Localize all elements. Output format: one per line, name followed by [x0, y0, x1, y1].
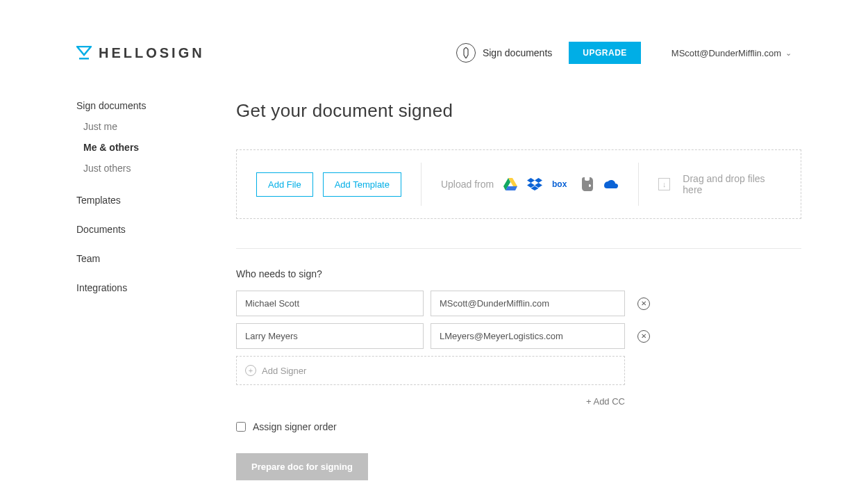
- sign-documents-link[interactable]: Sign documents: [456, 43, 552, 63]
- divider: [236, 248, 801, 249]
- download-icon: ↓: [658, 178, 670, 190]
- user-menu[interactable]: MScott@DunderMifflin.com ⌄: [671, 48, 792, 58]
- sidebar-integrations[interactable]: Integrations: [76, 282, 201, 293]
- upgrade-button[interactable]: UPGRADE: [569, 42, 641, 64]
- user-email: MScott@DunderMifflin.com: [671, 48, 781, 58]
- signer-row: ✕: [236, 291, 801, 316]
- plus-icon: +: [245, 365, 256, 376]
- main: Get your document signed Add File Add Te…: [236, 100, 801, 481]
- upload-box: Add File Add Template Upload from: [236, 149, 801, 219]
- who-needs-to-sign-label: Who needs to sign?: [236, 268, 801, 279]
- add-cc-button[interactable]: + Add CC: [586, 396, 625, 407]
- sidebar-item-just-others[interactable]: Just others: [83, 163, 201, 174]
- add-signer-label: Add Signer: [262, 366, 306, 376]
- drag-drop-label: Drag and drop files here: [683, 173, 781, 195]
- remove-signer-button[interactable]: ✕: [637, 297, 650, 310]
- signer-row: ✕: [236, 323, 801, 349]
- sidebar-documents[interactable]: Documents: [76, 224, 201, 235]
- page-title: Get your document signed: [236, 100, 801, 122]
- assign-order-checkbox[interactable]: [236, 422, 246, 432]
- upload-from-label: Upload from: [441, 179, 494, 190]
- prepare-doc-button[interactable]: Prepare doc for signing: [236, 453, 368, 480]
- remove-signer-button[interactable]: ✕: [637, 330, 650, 343]
- dropbox-icon[interactable]: [527, 178, 542, 190]
- svg-rect-0: [79, 58, 89, 60]
- chevron-down-icon: ⌄: [785, 49, 792, 58]
- pen-icon: [456, 43, 476, 63]
- logo-text: HELLOSIGN: [99, 45, 205, 61]
- onedrive-icon[interactable]: [603, 179, 619, 189]
- add-template-button[interactable]: Add Template: [323, 172, 401, 197]
- logo-mark-icon: [76, 46, 92, 60]
- box-icon[interactable]: box: [552, 179, 571, 189]
- signer-email-input[interactable]: [431, 323, 625, 349]
- sidebar-sign-documents[interactable]: Sign documents: [76, 100, 201, 111]
- svg-text:box: box: [552, 179, 567, 189]
- sidebar-item-just-me[interactable]: Just me: [83, 121, 201, 132]
- sign-documents-label: Sign documents: [483, 47, 552, 58]
- assign-order-label: Assign signer order: [253, 421, 337, 432]
- sidebar-templates[interactable]: Templates: [76, 195, 201, 206]
- signer-name-input[interactable]: [236, 291, 424, 316]
- evernote-icon[interactable]: [581, 177, 594, 191]
- google-drive-icon[interactable]: [503, 178, 517, 190]
- signer-name-input[interactable]: [236, 323, 424, 349]
- header: HELLOSIGN Sign documents UPGRADE MScott@…: [0, 0, 868, 64]
- add-signer-button[interactable]: + Add Signer: [236, 356, 625, 385]
- sidebar-item-me-others[interactable]: Me & others: [83, 142, 201, 153]
- add-file-button[interactable]: Add File: [256, 172, 313, 197]
- sidebar-team[interactable]: Team: [76, 253, 201, 264]
- assign-signer-order[interactable]: Assign signer order: [236, 421, 801, 432]
- logo[interactable]: HELLOSIGN: [76, 45, 205, 61]
- sidebar: Sign documents Just me Me & others Just …: [76, 100, 201, 481]
- signer-email-input[interactable]: [431, 291, 625, 316]
